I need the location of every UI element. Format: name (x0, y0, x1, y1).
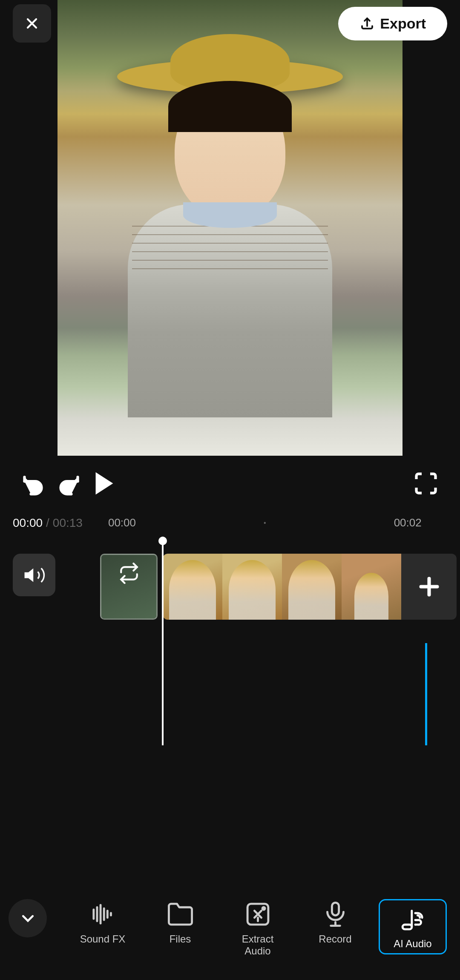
undo-button[interactable] (17, 466, 51, 500)
playhead (162, 537, 164, 745)
export-label: Export (380, 15, 426, 32)
timestamp-row: 00:00 / 00:13 00:00 • 00:02 • (0, 509, 460, 537)
playback-bar (0, 456, 460, 511)
blue-arrow-indicator (417, 643, 434, 745)
toolbar-item-files[interactable]: Files (146, 899, 214, 945)
clips-row (163, 554, 460, 620)
clip-thumb-1[interactable] (163, 554, 222, 620)
fullscreen-button[interactable] (409, 466, 443, 500)
sound-fx-label: Sound FX (80, 933, 126, 945)
svg-point-14 (261, 906, 266, 911)
time-total: 00:13 (53, 516, 83, 530)
sound-fx-icon (88, 899, 118, 929)
record-label: Record (319, 933, 351, 945)
toolbar-item-sound-fx[interactable]: Sound FX (69, 899, 137, 945)
svg-marker-4 (24, 568, 33, 582)
collapse-button[interactable] (9, 899, 47, 937)
clip-thumb-2[interactable] (222, 554, 282, 620)
timeline-area: Cover (0, 537, 460, 745)
video-preview (58, 0, 402, 456)
bottom-toolbar: Sound FX Files ExtractAudio (0, 886, 460, 980)
cover-thumbnail[interactable]: Cover (100, 554, 158, 620)
clip-thumb-4[interactable] (342, 554, 401, 620)
cover-icon (118, 563, 140, 586)
toolbar-item-extract-audio[interactable]: ExtractAudio (224, 899, 292, 957)
collapse-section (0, 899, 55, 937)
top-bar: Export (0, 0, 460, 47)
record-icon (320, 899, 350, 929)
toolbar-item-record[interactable]: Record (301, 899, 369, 945)
close-button[interactable] (13, 4, 51, 43)
export-button[interactable]: Export (338, 7, 447, 40)
extract-audio-icon (243, 899, 273, 929)
ai-audio-icon (398, 904, 428, 934)
svg-marker-3 (96, 472, 113, 495)
time-separator: / (46, 516, 49, 530)
sound-track[interactable] (13, 554, 55, 596)
time-current: 00:00 (13, 516, 43, 530)
ts-label-mid: 00:02 (394, 516, 422, 529)
add-clip-button[interactable] (401, 554, 457, 620)
svg-rect-15 (332, 902, 339, 915)
toolbar-item-ai-audio[interactable]: AI Audio (379, 899, 447, 954)
ai-audio-label: AI Audio (394, 938, 431, 950)
toolbar-items: Sound FX Files ExtractAudio (55, 899, 460, 957)
extract-audio-label: ExtractAudio (242, 933, 274, 957)
redo-button[interactable] (51, 466, 85, 500)
ts-label-start: 00:00 (108, 516, 136, 529)
files-label: Files (170, 933, 191, 945)
clip-thumb-3[interactable] (282, 554, 342, 620)
play-button[interactable] (85, 464, 124, 503)
files-icon (165, 899, 195, 929)
